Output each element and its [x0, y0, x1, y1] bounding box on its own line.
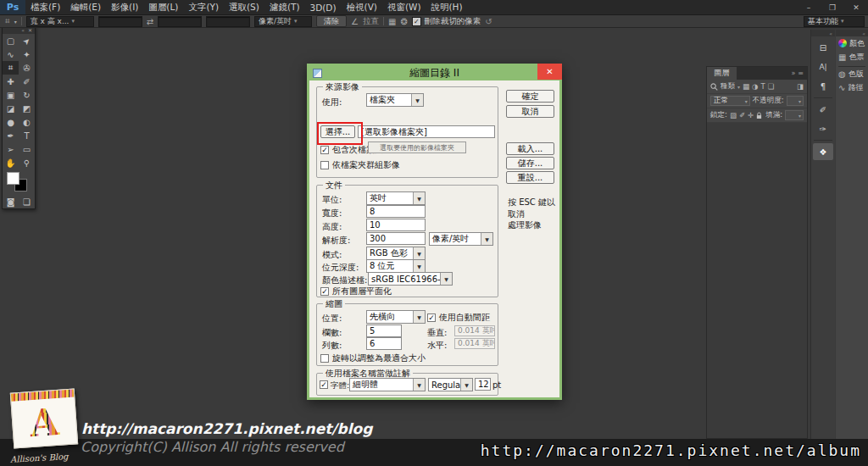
- lasso-tool[interactable]: ∿: [3, 47, 19, 61]
- font-size-input[interactable]: 12: [475, 378, 491, 391]
- height-input[interactable]: 10: [366, 219, 426, 231]
- layers-panel-icon[interactable]: ❖: [813, 143, 833, 160]
- reset-button[interactable]: 重設...: [506, 171, 554, 184]
- lock-all-icon[interactable]: [756, 112, 762, 119]
- panel-menu-icon[interactable]: ≡: [798, 69, 804, 77]
- menu-edit[interactable]: 編輯(E): [65, 2, 106, 14]
- tool-presets-panel-icon[interactable]: ✑: [811, 120, 835, 137]
- group-by-folder-checkbox[interactable]: 依檔案夾群組影像: [320, 159, 400, 171]
- restore-button[interactable]: ❐: [821, 1, 844, 14]
- reset-icon[interactable]: ↺: [485, 17, 492, 26]
- quick-mask-icon[interactable]: ◙: [3, 195, 19, 208]
- menu-type[interactable]: 文字(Y): [183, 2, 224, 14]
- swap-dimensions-icon[interactable]: ⇄: [147, 17, 153, 26]
- path-selection-tool[interactable]: ➢: [3, 142, 19, 156]
- menu-view[interactable]: 檢視(V): [342, 2, 382, 14]
- foreground-color-swatch[interactable]: [7, 172, 19, 185]
- spot-healing-brush-tool[interactable]: ✚: [3, 75, 19, 88]
- paragraph-panel-icon[interactable]: ¶: [811, 78, 835, 95]
- collapse-icon[interactable]: »: [791, 69, 795, 77]
- menu-filter[interactable]: 濾鏡(T): [264, 2, 305, 14]
- menu-image[interactable]: 影像(I): [106, 2, 143, 14]
- crop-tool[interactable]: ⌗: [3, 61, 19, 75]
- cancel-button[interactable]: 取消: [506, 105, 554, 118]
- folder-path-field[interactable]: [選取影像檔案夾]: [358, 125, 495, 138]
- ok-button[interactable]: 確定: [506, 90, 554, 103]
- clone-stamp-tool[interactable]: ▣: [3, 88, 19, 102]
- overlay-grid-icon[interactable]: ▦: [388, 17, 396, 26]
- workspace-dropdown[interactable]: 基本功能 ▾: [804, 16, 865, 27]
- rectangle-tool[interactable]: ▭: [19, 142, 35, 156]
- crop-height-input[interactable]: [158, 16, 202, 27]
- magic-wand-tool[interactable]: ✦: [19, 47, 35, 61]
- crop-resolution-input[interactable]: [206, 16, 250, 27]
- color-profile-dropdown[interactable]: sRGB IEC61966-2.1 ▼: [368, 272, 453, 286]
- rectangular-marquee-tool[interactable]: ▢: [3, 34, 19, 47]
- channels-panel-button[interactable]: ◍ 色版: [836, 67, 868, 80]
- dialog-title-bar[interactable]: 縮圖目錄 II ✕: [309, 66, 559, 80]
- paths-panel-button[interactable]: ∿ 路徑: [836, 80, 868, 94]
- opacity-dropdown[interactable]: ▾: [787, 96, 804, 106]
- dialog-close-button[interactable]: ✕: [537, 64, 562, 80]
- minimize-button[interactable]: –: [797, 1, 821, 14]
- tab-layers[interactable]: 圖層: [707, 67, 737, 80]
- color-panel-button[interactable]: 顏色: [836, 36, 868, 50]
- swatches-panel-button[interactable]: ▦ 色票: [836, 50, 868, 64]
- place-dropdown[interactable]: 先橫向 ▼: [366, 310, 426, 324]
- use-dropdown[interactable]: 檔案夾 ▼: [366, 93, 424, 107]
- crop-width-input[interactable]: [98, 16, 142, 27]
- eyedropper-tool[interactable]: ✇: [19, 61, 35, 75]
- close-icon[interactable]: ✕: [28, 27, 32, 33]
- straighten-icon[interactable]: ∠: [351, 17, 359, 26]
- menu-window[interactable]: 視窗(W): [382, 2, 426, 14]
- fill-dropdown[interactable]: ▾: [785, 110, 804, 120]
- expand-icon[interactable]: «: [862, 31, 865, 36]
- character-styles-panel-icon[interactable]: A|: [811, 58, 835, 75]
- history-brush-tool[interactable]: ↻: [19, 88, 35, 102]
- delete-cropped-pixels-checkbox[interactable]: ✓ 刪除裁切的像素: [412, 16, 481, 27]
- bit-depth-dropdown[interactable]: 8 位元 ▼: [366, 259, 426, 273]
- auto-spacing-checkbox[interactable]: ✓ 使用自動間距: [427, 312, 490, 324]
- font-dropdown[interactable]: 細明體 ▼: [349, 378, 426, 391]
- blur-tool[interactable]: ●: [3, 115, 19, 129]
- adjustments-panel-icon[interactable]: ⊟: [811, 39, 835, 56]
- filter-shape-icon[interactable]: ❏: [768, 82, 775, 91]
- units-dropdown[interactable]: 英吋 ▼: [366, 191, 426, 205]
- expand-icon[interactable]: «: [829, 31, 832, 36]
- filter-adjustment-icon[interactable]: ◑: [752, 82, 758, 91]
- gradient-tool[interactable]: ◩: [19, 102, 35, 115]
- clear-button[interactable]: 清除: [316, 15, 347, 27]
- straighten-label[interactable]: 拉直: [363, 16, 379, 27]
- lock-transparency-icon[interactable]: ▨: [730, 111, 737, 119]
- menu-help[interactable]: 說明(H): [426, 2, 468, 14]
- resolution-unit-dropdown[interactable]: 像素/英吋 ▼: [429, 232, 493, 246]
- move-tool[interactable]: ➤: [19, 34, 35, 47]
- dodge-tool[interactable]: ◐: [19, 115, 35, 129]
- lock-move-icon[interactable]: ✛: [748, 111, 754, 119]
- screen-mode-icon[interactable]: ❏: [19, 195, 35, 208]
- font-style-dropdown[interactable]: Regular ▼: [428, 378, 473, 391]
- close-button[interactable]: ✕: [844, 1, 868, 14]
- menu-file[interactable]: 檔案(F): [25, 2, 65, 14]
- brush-panel-icon[interactable]: ✐: [811, 101, 835, 118]
- columns-input[interactable]: 5: [366, 325, 402, 337]
- resolution-unit-dropdown[interactable]: 像素/英吋 ▾: [254, 16, 312, 27]
- filter-type-icon[interactable]: T: [760, 82, 765, 91]
- chevron-down-icon[interactable]: ▾: [14, 19, 17, 25]
- save-button[interactable]: 儲存...: [506, 157, 554, 169]
- lock-paint-icon[interactable]: ✐: [739, 111, 745, 119]
- mode-dropdown[interactable]: RGB 色彩 ▼: [366, 247, 426, 260]
- menu-3d[interactable]: 3D(D): [304, 3, 341, 13]
- load-button[interactable]: 載入...: [506, 142, 554, 155]
- blend-mode-dropdown[interactable]: 正常 ▾: [710, 96, 750, 106]
- type-tool[interactable]: T: [19, 129, 35, 142]
- brush-tool[interactable]: ✐: [19, 75, 35, 88]
- pen-tool[interactable]: ✒: [3, 129, 19, 142]
- width-input[interactable]: 8: [366, 205, 426, 218]
- resolution-input[interactable]: 300: [366, 232, 426, 245]
- hand-tool[interactable]: ✋: [3, 156, 19, 169]
- zoom-tool[interactable]: ⚲: [19, 156, 35, 169]
- rows-input[interactable]: 6: [366, 337, 402, 350]
- rotate-for-fit-checkbox[interactable]: 旋轉以調整為最適合大小: [320, 352, 426, 364]
- menu-layer[interactable]: 圖層(L): [143, 2, 183, 14]
